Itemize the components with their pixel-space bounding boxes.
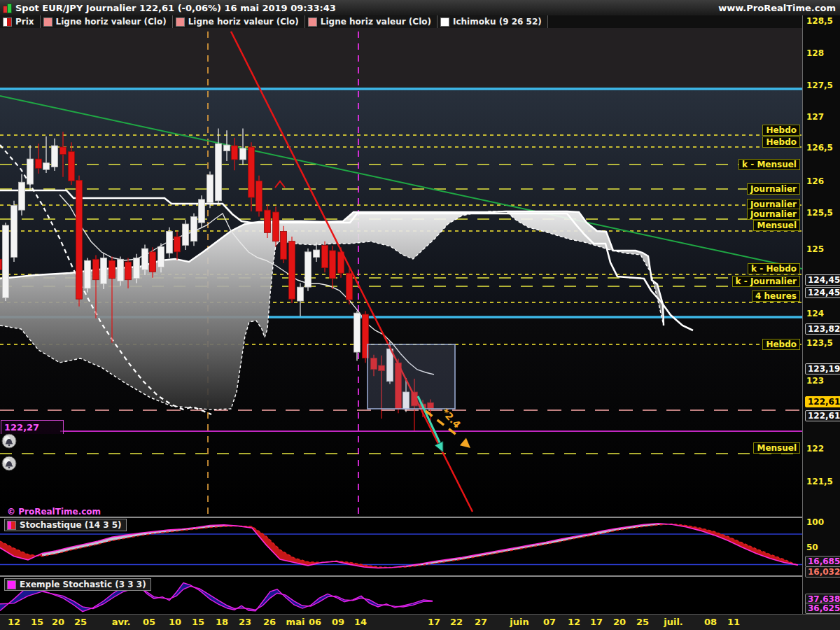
- price-axis-label: 16,685: [805, 556, 840, 567]
- price-axis-label: 124,45: [805, 287, 840, 298]
- candle-body: [101, 258, 107, 284]
- candle-body: [183, 224, 189, 245]
- candle-body: [19, 182, 25, 210]
- candle-body: [281, 231, 287, 259]
- level-label: Journalier: [747, 209, 800, 220]
- time-axis-label: 12: [568, 617, 580, 627]
- time-axis-label: 20: [613, 617, 626, 627]
- price-axis-label: 123,5: [806, 338, 833, 348]
- time-axis-label: 15: [31, 617, 43, 627]
- price-axis-label: 124: [806, 309, 824, 318]
- price-axis-label: 128,5: [806, 16, 833, 26]
- candle-body: [207, 175, 214, 203]
- time-axis-label: 07: [543, 617, 556, 627]
- candle-body: [134, 258, 140, 278]
- candle-body: [76, 180, 83, 299]
- candle-body: [158, 246, 164, 267]
- time-axis-label: mai: [286, 617, 305, 627]
- candle-body: [109, 260, 115, 279]
- price-axis-label: 122,61: [805, 410, 840, 421]
- chart-canvas[interactable]: *2.4: [0, 0, 840, 630]
- price-axis-label: 122,61: [805, 396, 840, 407]
- time-axis-label: 06: [309, 617, 321, 627]
- candle-body: [69, 152, 75, 181]
- selection-box[interactable]: [368, 344, 455, 409]
- time-axis[interactable]: 12152025avr.051015182326mai060914172227j…: [0, 614, 840, 630]
- price-axis-label: 36,625: [805, 603, 840, 614]
- candle-body: [256, 181, 262, 211]
- time-axis-label: 20: [52, 617, 64, 627]
- candle-body: [354, 313, 360, 352]
- candle-body: [150, 252, 156, 272]
- candle-body: [167, 231, 173, 253]
- time-axis-label: 25: [74, 617, 87, 627]
- level-label: k - Journalier: [732, 276, 800, 287]
- time-axis-label: 23: [239, 617, 251, 627]
- time-axis-label: avr.: [112, 617, 131, 627]
- candle-body: [27, 159, 34, 184]
- candle-body: [224, 145, 230, 151]
- price-axis-label: 127,5: [806, 80, 833, 90]
- candle-body: [43, 163, 50, 169]
- time-axis-label: 25: [636, 617, 649, 627]
- candle-body: [174, 237, 181, 252]
- panel-label: Stochastique (14 3 5): [20, 520, 122, 530]
- stochastique-panel-chip[interactable]: Stochastique (14 3 5): [4, 519, 127, 531]
- candle-body: [142, 248, 148, 270]
- price-axis-label: 121,5: [806, 477, 833, 486]
- time-axis-label: 09: [332, 617, 344, 627]
- price-axis-label: 16,032: [805, 566, 840, 578]
- level-label: Hebdo: [762, 136, 800, 148]
- panel-separator[interactable]: [0, 517, 840, 518]
- alarm-bell-icon[interactable]: [2, 434, 16, 448]
- time-axis-label: 05: [143, 617, 155, 627]
- time-axis-label: 18: [216, 617, 228, 627]
- time-axis-label: 11: [727, 617, 740, 627]
- candle-body: [330, 251, 336, 279]
- candle-body: [93, 259, 99, 279]
- price-axis-label: 123,19: [805, 363, 840, 374]
- candle-body: [0, 259, 2, 270]
- time-axis-label: 27: [475, 617, 487, 627]
- time-axis-label: 08: [704, 617, 717, 627]
- candle-body: [305, 252, 312, 287]
- candle-body: [346, 273, 353, 300]
- candle-body: [232, 146, 238, 160]
- candle-body: [216, 144, 222, 201]
- candle-body: [265, 210, 271, 232]
- time-axis-label: 12: [8, 617, 20, 627]
- level-label: Hebdo: [762, 125, 800, 136]
- candle-body: [118, 259, 124, 281]
- price-axis-label: 127: [806, 112, 824, 122]
- level-label: Hebdo: [762, 339, 800, 350]
- price-axis-label: 126,5: [806, 143, 833, 153]
- candle-body: [289, 241, 295, 300]
- exemple-stochastic-swatch-icon: [7, 580, 16, 589]
- price-axis-label: 125: [806, 244, 824, 254]
- price-axis-label: 123,82: [805, 323, 840, 335]
- level-label: 4 heures: [752, 290, 800, 302]
- time-axis-label: 17: [590, 617, 603, 627]
- time-axis-label: juil.: [664, 617, 683, 627]
- alarm-bell-icon[interactable]: [2, 456, 16, 470]
- candle-body: [60, 147, 66, 154]
- stochastique-swatch-icon: [7, 521, 16, 530]
- candle-body: [199, 200, 205, 223]
- time-axis-label: 10: [169, 617, 181, 627]
- time-axis-label: 26: [263, 617, 276, 627]
- level-label: Mensuel: [753, 442, 800, 454]
- main-chart[interactable]: *2.4: [0, 28, 802, 518]
- prorealtime-window: Spot EUR/JPY Journalier 122,61 (-0,06%) …: [0, 0, 840, 630]
- price-axis-label: 125,5: [806, 208, 833, 218]
- panel-separator[interactable]: [0, 575, 840, 577]
- time-axis-label: 22: [450, 617, 463, 627]
- exemple-stochastic-panel-chip[interactable]: Exemple Stochastic (3 3 3): [4, 578, 151, 591]
- level-label: Mensuel: [753, 220, 800, 231]
- price-axis[interactable]: 128,5128127,5127126,5126125,5125124123,5…: [802, 15, 840, 614]
- candle-body: [125, 262, 132, 280]
- price-axis-label: 123: [806, 376, 824, 386]
- time-axis-label: 17: [428, 617, 440, 627]
- panel-label: Exemple Stochastic (3 3 3): [20, 580, 146, 589]
- time-axis-label: 15: [192, 617, 204, 627]
- candle-body: [248, 147, 255, 197]
